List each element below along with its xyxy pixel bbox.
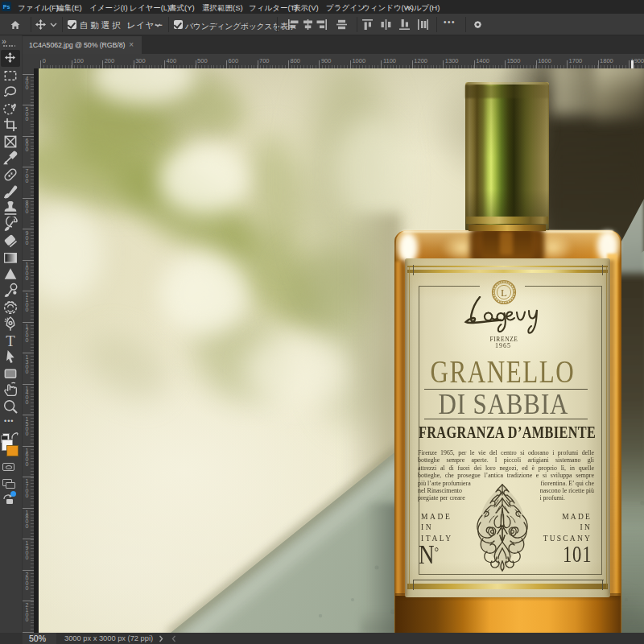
svg-text:T: T [6,332,15,349]
